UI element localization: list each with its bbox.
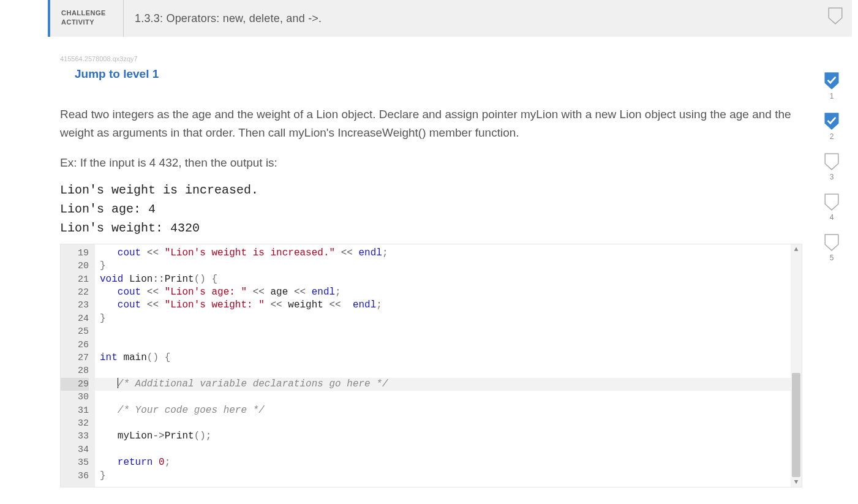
editor-code-body[interactable]: cout << "Lion's weight is increased." <<… <box>95 244 791 487</box>
example-output: Lion's weight is increased. Lion's age: … <box>60 181 858 238</box>
challenge-header: CHALLENGE ACTIVITY 1.3.3: Operators: new… <box>48 0 852 37</box>
shield-empty-icon[interactable] <box>824 194 840 211</box>
challenge-label-line1: CHALLENGE <box>61 9 106 17</box>
progress-level-number: 4 <box>819 213 844 222</box>
code-editor[interactable]: 192021222324252627282930313233343536 cou… <box>60 244 802 487</box>
example-label: Ex: If the input is 4 432, then the outp… <box>60 156 858 170</box>
progress-column: 12345 <box>819 72 844 274</box>
jump-to-level-link[interactable]: Jump to level 1 <box>75 67 159 81</box>
progress-level-number: 5 <box>819 254 844 262</box>
scroll-thumb[interactable] <box>792 373 800 477</box>
progress-level-number: 2 <box>819 132 844 141</box>
challenge-title: 1.3.3: Operators: new, delete, and ->. <box>124 0 322 37</box>
header-shield-icon <box>827 7 843 27</box>
shield-done-icon[interactable] <box>824 72 840 89</box>
progress-level-number: 1 <box>819 92 844 100</box>
shield-done-icon[interactable] <box>824 113 840 130</box>
shield-empty-icon[interactable] <box>824 234 840 251</box>
scroll-up-arrow[interactable]: ▲ <box>791 244 802 254</box>
editor-gutter: 192021222324252627282930313233343536 <box>61 244 95 487</box>
content-id: 415564.2578008.qx3zqy7 <box>60 55 858 62</box>
challenge-label-line2: ACTIVITY <box>61 18 94 26</box>
challenge-activity-label: CHALLENGE ACTIVITY <box>50 0 124 37</box>
progress-level-number: 3 <box>819 173 844 181</box>
scroll-down-arrow[interactable]: ▼ <box>791 477 802 487</box>
editor-scrollbar[interactable]: ▲ ▼ <box>791 244 802 487</box>
problem-description: Read two integers as the age and the wei… <box>60 105 798 143</box>
shield-empty-icon[interactable] <box>824 153 840 170</box>
